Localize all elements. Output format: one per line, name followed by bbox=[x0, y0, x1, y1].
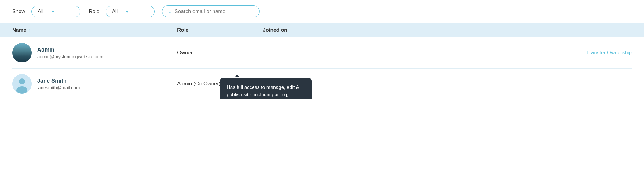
chevron-down-icon: ▾ bbox=[126, 9, 128, 14]
sort-ascending-icon: ↑ bbox=[28, 28, 30, 33]
search-icon: ⌕ bbox=[168, 8, 172, 15]
info-icon[interactable]: i bbox=[223, 81, 229, 87]
user-info-jane: Jane Smith janesmith@mail.com bbox=[37, 78, 80, 90]
table-row: Jane Smith janesmith@mail.com Admin (Co-… bbox=[0, 69, 644, 99]
person-icon bbox=[12, 74, 32, 94]
role-cell-jane: Admin (Co-Owner) i bbox=[177, 81, 263, 87]
actions-cell-admin: Transfer Ownership bbox=[354, 50, 632, 56]
more-options-button[interactable]: ⋯ bbox=[625, 80, 632, 88]
role-value: All bbox=[112, 9, 118, 15]
actions-cell-jane: ⋯ bbox=[354, 80, 632, 88]
show-dropdown[interactable]: All ▾ bbox=[31, 6, 80, 17]
role-label: Role bbox=[89, 9, 100, 15]
show-value: All bbox=[38, 9, 44, 15]
chevron-down-icon: ▾ bbox=[52, 9, 54, 14]
table-row: Admin admin@mystunningwebsite.com Owner … bbox=[0, 37, 644, 68]
filter-bar: Show All ▾ Role All ▾ ⌕ bbox=[0, 0, 644, 23]
avatar bbox=[12, 43, 32, 62]
svg-point-1 bbox=[19, 78, 25, 84]
search-input[interactable] bbox=[175, 9, 253, 15]
table-header: Name ↑ Role Joined on bbox=[0, 23, 644, 37]
role-column-header: Role bbox=[177, 27, 263, 33]
user-name: Jane Smith bbox=[37, 78, 80, 84]
user-name: Admin bbox=[37, 47, 103, 53]
show-label: Show bbox=[12, 9, 25, 15]
search-box: ⌕ bbox=[162, 5, 260, 17]
transfer-ownership-button[interactable]: Transfer Ownership bbox=[586, 50, 632, 56]
user-email: admin@mystunningwebsite.com bbox=[37, 54, 103, 59]
user-cell-admin: Admin admin@mystunningwebsite.com bbox=[12, 43, 177, 62]
role-cell-admin: Owner bbox=[177, 50, 263, 56]
name-column-header[interactable]: Name ↑ bbox=[12, 27, 177, 33]
joined-column-header: Joined on bbox=[263, 27, 354, 33]
avatar bbox=[12, 74, 32, 94]
user-info-admin: Admin admin@mystunningwebsite.com bbox=[37, 47, 103, 59]
user-email: janesmith@mail.com bbox=[37, 85, 80, 90]
role-dropdown[interactable]: All ▾ bbox=[106, 6, 155, 17]
user-cell-jane: Jane Smith janesmith@mail.com bbox=[12, 74, 177, 94]
